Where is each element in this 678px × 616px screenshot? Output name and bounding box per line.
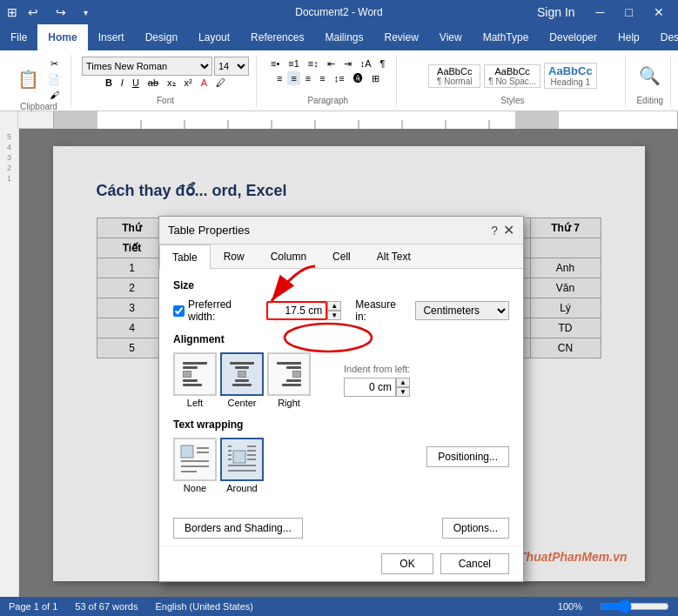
text-wrapping-section: Text wrapping [173, 418, 509, 493]
copy-btn[interactable]: 📄 [44, 72, 64, 87]
title-bar-controls: Sign In ─ □ ✕ [530, 3, 671, 21]
minimize-btn[interactable]: ─ [589, 3, 612, 21]
wrap-around-option[interactable] [220, 438, 264, 481]
tab-design[interactable]: Design [135, 24, 188, 50]
paste-btn[interactable]: 📋 [14, 69, 43, 90]
svg-rect-12 [181, 445, 193, 458]
borders-btn[interactable]: ⊞ [368, 71, 383, 86]
document-area[interactable]: Cách thay đổ... ord, Excel Thứ T Thứ 7 [19, 129, 678, 597]
line-spacing-btn[interactable]: ↕≡ [331, 71, 348, 85]
indent-down-btn[interactable]: ▼ [396, 387, 410, 397]
measure-in-select[interactable]: Centimeters [415, 301, 509, 320]
dialog-help-btn[interactable]: ? [491, 224, 498, 238]
title-bar: ⊞ ↩ ↪ ▾ Document2 - Word Sign In ─ □ ✕ [0, 0, 678, 24]
wrap-none-option[interactable] [173, 438, 217, 481]
font-size-select[interactable]: 14 [214, 57, 249, 76]
svg-rect-0 [54, 111, 97, 129]
positioning-btn[interactable]: Positioning... [426, 446, 509, 467]
spinner-buttons: ▲ ▼ [327, 301, 341, 320]
close-btn[interactable]: ✕ [647, 3, 671, 21]
align-right-option[interactable] [267, 352, 311, 396]
tab-design2[interactable]: Design [650, 24, 678, 50]
justify-btn[interactable]: ≡ [316, 71, 328, 85]
multilevel-btn[interactable]: ≡↕ [305, 57, 322, 70]
tab-view[interactable]: View [429, 24, 473, 50]
zoom-slider[interactable] [600, 599, 669, 613]
language-info: English (United States) [155, 601, 253, 612]
font-label: Font [157, 96, 174, 105]
tab-mathtype[interactable]: MathType [473, 24, 540, 50]
preferred-width-row: Preferred width: ▲ ▼ Measure in: [173, 298, 509, 323]
font-controls-row1: Times New Roman 14 [82, 57, 249, 76]
maximize-btn[interactable]: □ [619, 3, 640, 21]
tab-home[interactable]: Home [37, 24, 87, 50]
dialog-close-btn[interactable]: ✕ [503, 222, 514, 238]
tab-help[interactable]: Help [608, 24, 650, 50]
tab-insert[interactable]: Insert [88, 24, 135, 50]
ribbon-group-font: Times New Roman 14 B I U ab x₂ x² A 🖊 Fo… [75, 55, 257, 107]
dialog-tab-table[interactable]: Table [159, 244, 211, 269]
align-left-option[interactable] [173, 352, 217, 396]
numbering-btn[interactable]: ≡1 [285, 57, 303, 70]
ok-btn[interactable]: OK [381, 553, 433, 574]
font-name-select[interactable]: Times New Roman [82, 57, 212, 76]
shading-btn[interactable]: 🅐 [350, 71, 366, 85]
tab-developer[interactable]: Developer [539, 24, 608, 50]
quick-save-btn[interactable]: ▾ [77, 6, 95, 19]
redo-btn[interactable]: ↪ [49, 3, 73, 21]
options-btn[interactable]: Options... [442, 518, 509, 539]
align-left-btn[interactable]: ≡ [273, 71, 285, 85]
bullets-btn[interactable]: ≡• [267, 57, 283, 70]
font-color-btn[interactable]: A [198, 76, 211, 90]
tab-references[interactable]: References [240, 24, 314, 50]
tab-mailings[interactable]: Mailings [314, 24, 373, 50]
italic-btn[interactable]: I [117, 76, 127, 90]
tab-layout[interactable]: Layout [188, 24, 240, 50]
align-right-btn[interactable]: ≡ [302, 71, 314, 85]
borders-shading-btn[interactable]: Borders and Shading... [173, 518, 303, 539]
style-normal[interactable]: AaBbCc ¶ Normal [428, 64, 480, 88]
indent-input[interactable] [344, 378, 396, 397]
underline-btn[interactable]: U [129, 76, 143, 90]
text-highlight-btn[interactable]: 🖊 [212, 76, 229, 90]
alignment-section-title: Alignment [173, 333, 509, 345]
tab-review[interactable]: Review [373, 24, 428, 50]
align-center-option[interactable] [220, 352, 264, 396]
preferred-width-checkbox[interactable] [173, 305, 185, 317]
subscript-btn[interactable]: x₂ [164, 76, 179, 90]
style-no-spacing[interactable]: AaBbCc ¶ No Spac... [484, 64, 540, 88]
preferred-width-input[interactable] [266, 301, 327, 320]
tab-file[interactable]: File [0, 24, 37, 50]
wrap-none-label: None [184, 483, 206, 493]
alignment-row: Left [173, 352, 509, 408]
ruler [0, 111, 678, 129]
align-center-btn[interactable]: ≡ [287, 71, 299, 85]
show-hide-btn[interactable]: ¶ [377, 57, 389, 70]
ribbon-group-paragraph: ≡• ≡1 ≡↕ ⇤ ⇥ ↕A ¶ ≡ ≡ ≡ ≡ ↕≡ 🅐 ⊞ Paragra… [260, 55, 397, 107]
style-heading1[interactable]: AaBbCc Heading 1 [544, 63, 597, 89]
window-title: Document2 - Word [295, 6, 382, 18]
decrease-indent-btn[interactable]: ⇤ [324, 57, 339, 71]
superscript-btn[interactable]: x² [181, 76, 196, 90]
undo-btn[interactable]: ↩ [21, 3, 45, 21]
increase-indent-btn[interactable]: ⇥ [340, 57, 355, 71]
spinner-down-btn[interactable]: ▼ [327, 311, 341, 320]
styles-controls: AaBbCc ¶ Normal AaBbCc ¶ No Spac... AaBb… [427, 57, 597, 96]
indent-up-btn[interactable]: ▲ [396, 378, 410, 387]
dialog-tab-alttext[interactable]: Alt Text [364, 244, 424, 268]
dialog-tab-row[interactable]: Row [211, 244, 258, 268]
sign-in-btn[interactable]: Sign In [530, 3, 582, 21]
cancel-btn[interactable]: Cancel [440, 553, 509, 574]
paragraph-label: Paragraph [307, 96, 348, 105]
format-painter-btn[interactable]: 🖌 [44, 88, 64, 102]
dialog-tab-cell[interactable]: Cell [319, 244, 364, 268]
styles-label: Styles [500, 96, 524, 105]
bold-btn[interactable]: B [102, 76, 116, 90]
sort-btn[interactable]: ↕A [357, 57, 375, 70]
app-icon: ⊞ [7, 5, 17, 19]
spinner-up-btn[interactable]: ▲ [327, 301, 341, 311]
dialog-tab-column[interactable]: Column [258, 244, 319, 268]
cut-btn[interactable]: ✂ [44, 57, 64, 71]
preferred-width-checkbox-label[interactable]: Preferred width: [173, 298, 259, 323]
strikethrough-btn[interactable]: ab [144, 76, 162, 90]
